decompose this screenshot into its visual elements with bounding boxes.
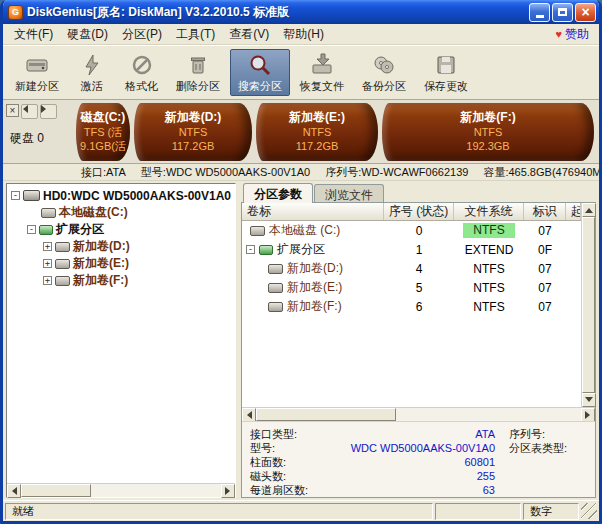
partition-d-segment[interactable]: 新加卷(D:) NTFS 117.2GB xyxy=(134,103,252,161)
minimize-button[interactable] xyxy=(529,3,550,22)
new-partition-button[interactable]: 新建分区 xyxy=(7,49,67,96)
partition-table: 卷标 序号 (状态) 文件系统 标识 起始柱 本地磁盘 (C:) 0 xyxy=(242,203,581,407)
partition-f-segment[interactable]: 新加卷(F:) NTFS 192.3GB xyxy=(382,103,594,161)
scroll-thumb[interactable] xyxy=(256,408,396,421)
close-button[interactable]: × xyxy=(575,3,596,22)
detail-label: 接口类型: xyxy=(250,427,350,441)
table-horizontal-scrollbar[interactable] xyxy=(242,407,595,421)
expand-icon[interactable]: + xyxy=(43,276,52,285)
expand-icon[interactable]: + xyxy=(43,242,52,251)
resize-grip-icon[interactable] xyxy=(581,503,597,519)
menu-view[interactable]: 查看(V) xyxy=(222,24,276,45)
scroll-down-button[interactable] xyxy=(582,393,596,407)
window-title: DiskGenius[原名: DiskMan] V3.2.2010.5 标准版 xyxy=(27,4,525,21)
disk-next-button[interactable] xyxy=(40,104,57,119)
right-arrow-icon xyxy=(225,487,234,495)
toolbar-label: 保存更改 xyxy=(424,79,468,94)
scroll-thumb[interactable] xyxy=(21,484,91,497)
disk-map-panel: × 硬盘 0 磁盘(C:) TFS (活 9.1GB(活 新加卷(D:) NTF… xyxy=(3,100,599,164)
volume-icon xyxy=(55,276,70,286)
table-row[interactable]: 新加卷(E:) 5 NTFS 07 xyxy=(242,278,581,297)
volume-icon xyxy=(55,259,70,269)
tab-partition-params[interactable]: 分区参数 xyxy=(243,183,313,203)
save-changes-button[interactable]: 保存更改 xyxy=(416,49,476,96)
menu-disk[interactable]: 硬盘(D) xyxy=(60,24,115,45)
row-flag: 0F xyxy=(524,240,566,259)
scroll-left-button[interactable] xyxy=(242,408,256,422)
menu-file[interactable]: 文件(F) xyxy=(7,24,60,45)
recover-files-button[interactable]: 恢复文件 xyxy=(292,49,352,96)
column-header-volume[interactable]: 卷标 xyxy=(242,203,384,220)
left-arrow-icon xyxy=(243,411,252,419)
recover-files-icon xyxy=(309,52,335,78)
tree-item-extended[interactable]: - 扩展分区 xyxy=(9,221,235,238)
table-row[interactable]: 新加卷(F:) 6 NTFS 07 xyxy=(242,297,581,316)
scroll-track[interactable] xyxy=(256,408,581,421)
toolbar-label: 备份分区 xyxy=(362,79,406,94)
menu-help[interactable]: 帮助(H) xyxy=(276,24,331,45)
detail-label2 xyxy=(495,483,587,497)
disk-prev-button[interactable] xyxy=(21,104,38,119)
scroll-track[interactable] xyxy=(582,217,595,393)
row-volume-label: 新加卷(F:) xyxy=(287,298,342,315)
column-header-index[interactable]: 序号 (状态) xyxy=(384,203,454,220)
menu-partition[interactable]: 分区(P) xyxy=(115,24,169,45)
partition-name: 新加卷(F:) xyxy=(382,109,594,125)
extended-partition-icon xyxy=(39,225,53,235)
partition-size: 9.1GB(活 xyxy=(76,139,130,153)
row-index: 6 xyxy=(384,297,454,316)
expand-icon[interactable]: + xyxy=(43,259,52,268)
row-volume-label: 新加卷(D:) xyxy=(287,260,343,277)
delete-partition-button[interactable]: 删除分区 xyxy=(168,49,228,96)
scroll-left-button[interactable] xyxy=(7,484,21,498)
detail-value: 63 xyxy=(350,483,495,497)
tree-horizontal-scrollbar[interactable] xyxy=(7,483,235,497)
scroll-right-button[interactable] xyxy=(221,484,235,498)
tree-item-f[interactable]: + 新加卷(F:) xyxy=(9,272,235,289)
scroll-right-button[interactable] xyxy=(581,408,595,422)
partition-fs: NTFS xyxy=(382,125,594,139)
collapse-icon[interactable]: - xyxy=(27,225,36,234)
partition-name: 磁盘(C:) xyxy=(76,109,130,125)
table-row[interactable]: 本地磁盘 (C:) 0 NTFS 07 xyxy=(242,221,581,240)
partition-e-segment[interactable]: 新加卷(E:) NTFS 117.2GB xyxy=(256,103,378,161)
title-bar[interactable]: G DiskGenius[原名: DiskMan] V3.2.2010.5 标准… xyxy=(3,0,599,24)
hard-disk-icon xyxy=(23,190,40,201)
collapse-icon[interactable]: - xyxy=(246,245,255,254)
scroll-up-button[interactable] xyxy=(582,203,596,217)
detail-value: ATA xyxy=(350,427,495,441)
tree-item-d[interactable]: + 新加卷(D:) xyxy=(9,238,235,255)
sponsor-link[interactable]: ♥ 赞助 xyxy=(555,26,595,43)
tree-item-c[interactable]: 本地磁盘(C:) xyxy=(9,204,235,221)
app-icon: G xyxy=(8,5,23,20)
table-vertical-scrollbar[interactable] xyxy=(581,203,595,407)
diskgenius-window: G DiskGenius[原名: DiskMan] V3.2.2010.5 标准… xyxy=(0,0,602,524)
table-row[interactable]: 新加卷(D:) 4 NTFS 07 xyxy=(242,259,581,278)
disk-view-close-button[interactable]: × xyxy=(6,104,19,117)
table-row[interactable]: - 扩展分区 1 EXTEND 0F xyxy=(242,240,581,259)
menu-tools[interactable]: 工具(T) xyxy=(169,24,222,45)
column-header-start[interactable]: 起始柱 xyxy=(566,203,581,220)
detail-row: 接口类型: ATA 序列号: xyxy=(250,427,587,441)
format-button[interactable]: 格式化 xyxy=(117,49,166,96)
backup-partition-button[interactable]: 备份分区 xyxy=(354,49,414,96)
detail-row: 磁头数: 255 xyxy=(250,469,587,483)
tree-item-e[interactable]: + 新加卷(E:) xyxy=(9,255,235,272)
toolbar-label: 删除分区 xyxy=(176,79,220,94)
tree-item-hd0[interactable]: - HD0:WDC WD5000AAKS-00V1A0 xyxy=(9,187,235,204)
activate-button[interactable]: 激活 xyxy=(69,49,115,96)
scroll-track[interactable] xyxy=(21,484,221,497)
left-arrow-icon xyxy=(19,105,28,113)
scroll-thumb[interactable] xyxy=(582,217,595,393)
info-interface: 接口:ATA xyxy=(81,165,126,180)
column-header-flag[interactable]: 标识 xyxy=(524,203,566,220)
tab-browse-files[interactable]: 浏览文件 xyxy=(314,184,384,203)
window-controls: × xyxy=(529,3,596,22)
collapse-icon[interactable]: - xyxy=(11,191,20,200)
partition-c-segment[interactable]: 磁盘(C:) TFS (活 9.1GB(活 xyxy=(76,103,130,161)
main-area: - HD0:WDC WD5000AAKS-00V1A0 本地磁盘(C:) - 扩… xyxy=(3,181,599,500)
disk-details: 接口类型: ATA 序列号: 型号: WDC WD5000AAKS-00V1A0… xyxy=(242,421,595,497)
search-partition-button[interactable]: 搜索分区 xyxy=(230,49,290,96)
maximize-button[interactable] xyxy=(552,3,573,22)
column-header-filesystem[interactable]: 文件系统 xyxy=(454,203,524,220)
